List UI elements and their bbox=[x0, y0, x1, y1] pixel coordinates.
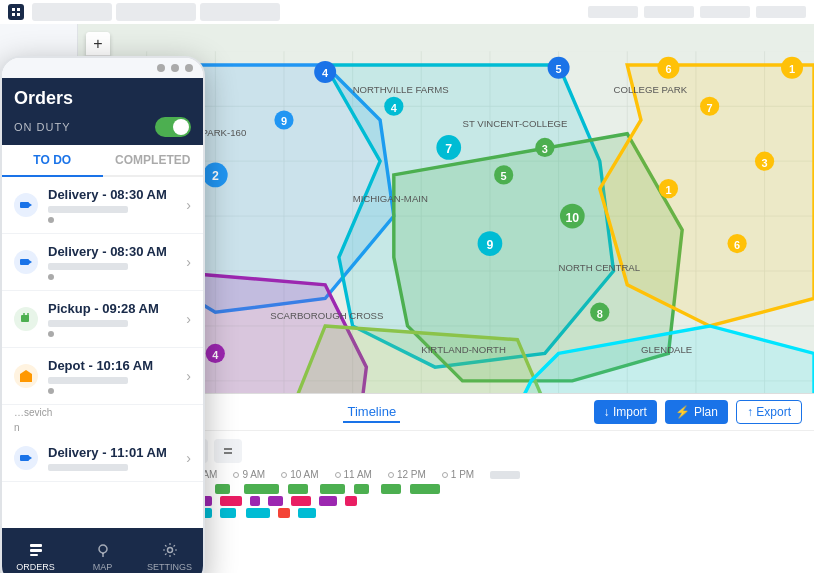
hour-label-10am: 10 AM bbox=[290, 469, 318, 480]
status-dot-1 bbox=[157, 64, 165, 72]
bottom-panel-actions: ↓ Import ⚡ Plan ↑ Export bbox=[594, 400, 802, 424]
hour-9am: 9 AM bbox=[233, 469, 265, 480]
svg-rect-107 bbox=[30, 544, 42, 547]
svg-text:NORTHVILLE FARMS: NORTHVILLE FARMS bbox=[353, 84, 449, 95]
tab-completed[interactable]: COMPLETED bbox=[103, 145, 204, 175]
zoom-in-button[interactable]: + bbox=[86, 32, 110, 56]
status-dot-2 bbox=[171, 64, 179, 72]
phone-overlay: Orders ON DUTY TO DO COMPLETED Delivery … bbox=[0, 56, 205, 573]
bottom-panel-tabs: Timeline bbox=[158, 402, 586, 423]
tbar-3-6 bbox=[220, 508, 236, 518]
toggle-label: ON DUTY bbox=[14, 121, 71, 133]
phone-nav-orders[interactable]: ORDERS bbox=[2, 528, 69, 573]
tbar-2-11 bbox=[345, 496, 357, 506]
svg-text:ST VINCENT-COLLEGE: ST VINCENT-COLLEGE bbox=[462, 118, 567, 129]
tbar-3-9 bbox=[298, 508, 316, 518]
order-sub-3 bbox=[48, 320, 128, 327]
svg-text:6: 6 bbox=[665, 63, 671, 75]
top-action-1[interactable] bbox=[588, 6, 638, 18]
order-info-2: Delivery - 08:30 AM bbox=[48, 244, 186, 280]
order-dot-4 bbox=[48, 388, 54, 394]
hour-more bbox=[490, 471, 520, 479]
top-action-3[interactable] bbox=[700, 6, 750, 18]
svg-rect-97 bbox=[20, 202, 29, 208]
status-dot-3 bbox=[185, 64, 193, 72]
svg-text:1: 1 bbox=[665, 184, 671, 196]
svg-text:6: 6 bbox=[734, 239, 740, 251]
order-chevron-4: › bbox=[186, 368, 191, 384]
timeline-filter-item-3[interactable] bbox=[214, 439, 242, 463]
hour-dot-9am bbox=[233, 472, 239, 478]
svg-text:MICHIGAN-MAIN: MICHIGAN-MAIN bbox=[353, 193, 428, 204]
hour-label-1pm: 1 PM bbox=[451, 469, 474, 480]
plan-button[interactable]: ⚡ Plan bbox=[665, 400, 728, 424]
order-info-3: Pickup - 09:28 AM bbox=[48, 301, 186, 337]
order-sub-4 bbox=[48, 377, 128, 384]
map-icon bbox=[94, 541, 112, 559]
svg-point-111 bbox=[167, 547, 172, 552]
top-action-4[interactable] bbox=[756, 6, 806, 18]
toggle-knob bbox=[173, 119, 189, 135]
phone-nav-map[interactable]: MAP bbox=[69, 528, 136, 573]
svg-rect-3 bbox=[17, 13, 20, 16]
top-action-2[interactable] bbox=[644, 6, 694, 18]
hour-dot-1pm bbox=[442, 472, 448, 478]
svg-rect-2 bbox=[12, 13, 15, 16]
order-item-5[interactable]: Delivery - 11:01 AM › bbox=[2, 435, 203, 482]
order-dot-2 bbox=[48, 274, 54, 280]
order-item-2[interactable]: Delivery - 08:30 AM › bbox=[2, 234, 203, 291]
top-bar bbox=[0, 0, 814, 24]
hour-11am: 11 AM bbox=[335, 469, 372, 480]
tbar-1-10 bbox=[410, 484, 440, 494]
phone-toggle-row: ON DUTY bbox=[14, 117, 191, 137]
order-item-4[interactable]: Depot - 10:16 AM › bbox=[2, 348, 203, 405]
tbar-1-6 bbox=[288, 484, 308, 494]
tab-timeline[interactable]: Timeline bbox=[343, 402, 400, 423]
tbar-1-9 bbox=[381, 484, 401, 494]
phone-header: Orders ON DUTY bbox=[2, 78, 203, 145]
order-chevron-1: › bbox=[186, 197, 191, 213]
order-item-3[interactable]: Pickup - 09:28 AM › bbox=[2, 291, 203, 348]
svg-marker-106 bbox=[29, 456, 32, 460]
order-info-4: Depot - 10:16 AM bbox=[48, 358, 186, 394]
phone-tabs: TO DO COMPLETED bbox=[2, 145, 203, 177]
top-tab-1[interactable] bbox=[32, 3, 112, 21]
svg-text:2: 2 bbox=[212, 169, 219, 183]
hour-10am: 10 AM bbox=[281, 469, 318, 480]
tbar-1-4 bbox=[215, 484, 230, 494]
svg-text:SCARBOROUGH CROSS: SCARBOROUGH CROSS bbox=[270, 310, 383, 321]
svg-text:COLLEGE PARK: COLLEGE PARK bbox=[614, 84, 688, 95]
order-item-1[interactable]: Delivery - 08:30 AM › bbox=[2, 177, 203, 234]
order-chevron-2: › bbox=[186, 254, 191, 270]
hour-dot-11am bbox=[335, 472, 341, 478]
svg-text:3: 3 bbox=[762, 157, 768, 169]
location-text-1: …sevich bbox=[14, 407, 52, 418]
phone-nav-settings[interactable]: SETTINGS bbox=[136, 528, 203, 573]
svg-marker-100 bbox=[29, 260, 32, 264]
tab-todo[interactable]: TO DO bbox=[2, 145, 103, 177]
order-icon-4 bbox=[14, 364, 38, 388]
hour-label-9am: 9 AM bbox=[242, 469, 265, 480]
order-dot-1 bbox=[48, 217, 54, 223]
svg-text:7: 7 bbox=[445, 142, 452, 156]
on-duty-toggle[interactable] bbox=[155, 117, 191, 137]
order-sub-2 bbox=[48, 263, 128, 270]
svg-text:PARK-160: PARK-160 bbox=[202, 127, 247, 138]
svg-marker-98 bbox=[29, 203, 32, 207]
main-content: 239 Scheduled 1 Unscheduled 240 Total 6 … bbox=[0, 24, 814, 573]
import-button[interactable]: ↓ Import bbox=[594, 400, 657, 424]
order-chevron-5: › bbox=[186, 450, 191, 466]
order-icon-5 bbox=[14, 446, 38, 470]
svg-rect-108 bbox=[30, 549, 42, 552]
order-title-4: Depot - 10:16 AM bbox=[48, 358, 186, 373]
top-tab-3[interactable] bbox=[200, 3, 280, 21]
order-title-5: Delivery - 11:01 AM bbox=[48, 445, 186, 460]
order-icon-3 bbox=[14, 307, 38, 331]
svg-rect-99 bbox=[20, 259, 29, 265]
export-button[interactable]: ↑ Export bbox=[736, 400, 802, 424]
top-tab-2[interactable] bbox=[116, 3, 196, 21]
tab-placeholder2 bbox=[416, 402, 424, 423]
location-label-2: n bbox=[2, 420, 203, 435]
svg-text:4: 4 bbox=[322, 67, 329, 79]
svg-text:4: 4 bbox=[391, 102, 398, 114]
